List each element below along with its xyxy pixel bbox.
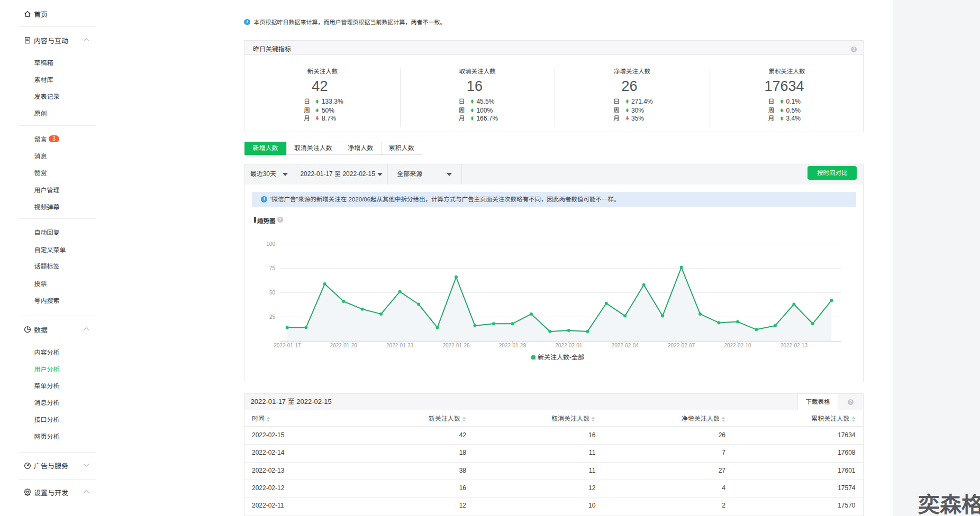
svg-text:2022-01-26: 2022-01-26 (442, 343, 470, 348)
svg-text:2022-01-17: 2022-01-17 (274, 343, 301, 348)
svg-text:2022-02-13: 2022-02-13 (781, 343, 808, 348)
svg-text:50: 50 (269, 290, 276, 296)
svg-text:2022-02-01: 2022-02-01 (555, 343, 583, 348)
svg-text:2022-02-04: 2022-02-04 (612, 343, 639, 348)
svg-text:75: 75 (269, 265, 276, 271)
svg-text:100: 100 (266, 241, 275, 247)
svg-text:2022-01-20: 2022-01-20 (330, 343, 358, 348)
svg-text:2022-02-07: 2022-02-07 (668, 343, 695, 348)
svg-text:2022-01-29: 2022-01-29 (499, 343, 527, 348)
svg-text:25: 25 (269, 314, 276, 320)
svg-text:2022-02-10: 2022-02-10 (724, 343, 751, 348)
svg-text:2022-01-23: 2022-01-23 (386, 343, 414, 348)
